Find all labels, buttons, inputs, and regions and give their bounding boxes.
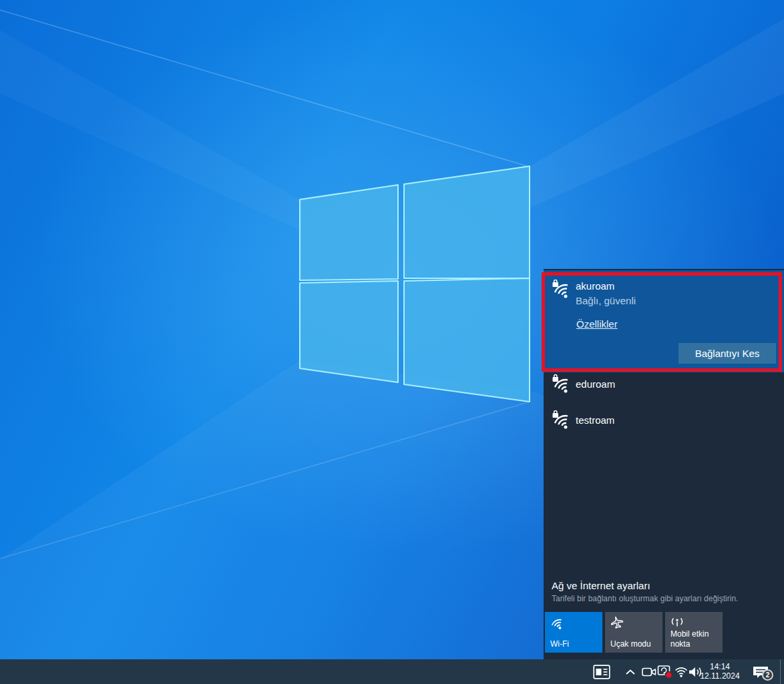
meet-now-button[interactable] xyxy=(640,659,658,684)
news-icon xyxy=(593,665,610,679)
quick-action-tiles: Wi-Fi Uçak modu xyxy=(545,612,723,653)
taskbar: 14:14 12.11.2024 xyxy=(0,659,784,684)
wifi-flyout-panel: akuroam Bağlı, güvenli Özellikler Bağlan… xyxy=(544,269,784,659)
wifi-secured-icon xyxy=(552,410,572,430)
taskbar-clock[interactable]: 14:14 12.11.2024 xyxy=(699,662,741,681)
disconnect-button[interactable]: Bağlantıyı Kes xyxy=(678,343,776,364)
network-item-testroam[interactable]: testroam xyxy=(544,408,784,442)
hotspot-icon xyxy=(670,615,684,630)
settings-hint: Tarifeli bir bağlantı oluşturmak gibi ay… xyxy=(552,594,738,603)
network-item-eduroam[interactable]: eduroam xyxy=(544,372,784,406)
chevron-up-icon xyxy=(625,669,636,675)
news-and-interests-button[interactable] xyxy=(590,659,613,684)
windows-update-tray-button[interactable] xyxy=(656,659,674,684)
clock-time: 14:14 xyxy=(699,662,741,671)
wifi-icon xyxy=(550,615,564,630)
wifi-secured-icon xyxy=(552,374,572,394)
tile-label: Mobil etkin nokta xyxy=(670,629,720,649)
airplane-mode-tile[interactable]: Uçak modu xyxy=(605,612,662,653)
show-desktop-button[interactable] xyxy=(780,659,784,684)
network-item-akuroam[interactable]: akuroam Bağlı, güvenli Özellikler Bağlan… xyxy=(544,270,784,372)
notification-count-badge: 2 xyxy=(762,669,773,681)
properties-link[interactable]: Özellikler xyxy=(576,318,618,330)
network-name: akuroam xyxy=(576,280,614,292)
camera-icon xyxy=(642,667,656,677)
show-hidden-icons-button[interactable] xyxy=(623,659,638,684)
update-icon xyxy=(657,665,673,679)
tile-label: Wi-Fi xyxy=(550,639,600,649)
wifi-tile[interactable]: Wi-Fi xyxy=(545,612,602,653)
airplane-icon xyxy=(610,615,624,630)
network-settings-link[interactable]: Ağ ve İnternet ayarları xyxy=(552,580,650,591)
tile-label: Uçak modu xyxy=(610,639,660,649)
desktop: akuroam Bağlı, güvenli Özellikler Bağlan… xyxy=(0,0,784,684)
mobile-hotspot-tile[interactable]: Mobil etkin nokta xyxy=(665,612,723,653)
wifi-tray-button[interactable] xyxy=(673,659,689,684)
clock-date: 12.11.2024 xyxy=(699,671,741,681)
wifi-icon xyxy=(674,667,688,677)
wifi-secured-icon xyxy=(552,279,572,299)
network-name: eduroam xyxy=(576,378,615,390)
network-name: testroam xyxy=(576,414,614,426)
network-status: Bağlı, güvenli xyxy=(576,295,636,306)
